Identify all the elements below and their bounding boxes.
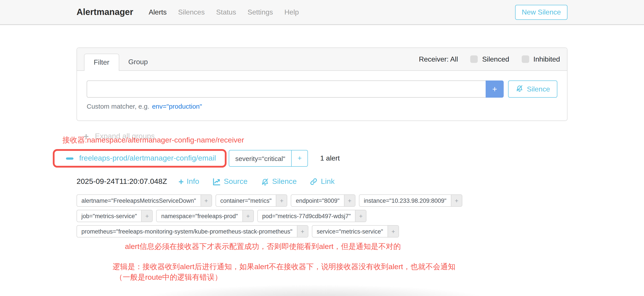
chart-icon bbox=[212, 178, 221, 186]
info-label: Info bbox=[187, 177, 199, 186]
label-add-filter-button[interactable]: + bbox=[451, 195, 462, 206]
annotation-note-1: alert信息必须在接收器下才表示配置成功，否则即使能看到alert，但是通知是… bbox=[125, 242, 401, 252]
label-add-filter-button[interactable]: + bbox=[388, 226, 398, 237]
filter-card-body: + Silence Custom matcher, e.g.e bbox=[77, 71, 567, 120]
label-chip-text: alertname="FreeleapsMetricsServiceDown" bbox=[77, 195, 200, 206]
tab-filter[interactable]: Filter bbox=[84, 54, 119, 71]
label-chip: job="metrics-service"+ bbox=[76, 210, 153, 222]
app-brand[interactable]: Alertmanager bbox=[76, 7, 133, 17]
minus-icon bbox=[66, 157, 74, 160]
nav-item-settings[interactable]: Settings bbox=[242, 8, 279, 16]
label-chip-text: job="metrics-service" bbox=[77, 210, 142, 222]
nav-item-alerts[interactable]: Alerts bbox=[143, 8, 172, 16]
alert-labels: alertname="FreeleapsMetricsServiceDown"+… bbox=[76, 194, 568, 238]
nav-item-help[interactable]: Help bbox=[279, 8, 304, 16]
group-collapse-button[interactable]: freeleaps-prod/alertmanager-config/email bbox=[66, 154, 216, 163]
alert-count-label: 1 alert bbox=[320, 154, 340, 162]
label-chip: instance="10.233.98.209:8009"+ bbox=[359, 194, 462, 207]
label-add-filter-button[interactable]: + bbox=[242, 210, 254, 222]
inhibited-label: Inhibited bbox=[533, 55, 560, 63]
top-navbar: Alertmanager Alerts Silences Status Sett… bbox=[0, 0, 644, 25]
link-label: Link bbox=[321, 177, 334, 186]
silence-button-label: Silence bbox=[527, 85, 550, 93]
silence-filter-button[interactable]: Silence bbox=[508, 80, 557, 98]
annotation-receiver-note: 接收器:namespace/altermanager-config-name/r… bbox=[62, 135, 244, 145]
label-add-filter-button[interactable]: + bbox=[200, 195, 211, 206]
label-chip: prometheus="freeleaps-monitoring-system/… bbox=[76, 225, 308, 238]
silenced-checkbox[interactable] bbox=[470, 56, 478, 63]
alert-link-button[interactable]: Link bbox=[310, 177, 334, 186]
alertmanager-page: Alertmanager Alerts Silences Status Sett… bbox=[0, 0, 644, 296]
label-chip: pod="metrics-77d9cdb497-wdsj7"+ bbox=[257, 210, 367, 222]
filter-card: Filter Group Receiver: All Silenced Inhi… bbox=[76, 48, 568, 121]
alert-group-row: freeleaps-prod/alertmanager-config/email… bbox=[53, 149, 568, 168]
add-matcher-button[interactable]: + bbox=[486, 80, 504, 98]
label-chip: namespace="freeleaps-prod"+ bbox=[156, 210, 254, 222]
hint-text: Custom matcher, e.g. bbox=[87, 102, 149, 110]
receiver-selector[interactable]: Receiver: All bbox=[419, 55, 458, 63]
nav-item-status[interactable]: Status bbox=[210, 8, 242, 16]
label-chip-text: namespace="freeleaps-prod" bbox=[157, 210, 242, 222]
bell-slash-icon bbox=[261, 178, 269, 186]
matcher-hint: Custom matcher, e.g.env="production" bbox=[87, 102, 557, 110]
label-chip: endpoint="8009"+ bbox=[291, 194, 356, 207]
label-chip-text: pod="metrics-77d9cdb497-wdsj7" bbox=[258, 210, 355, 222]
group-matcher-label: severity="critical" bbox=[229, 150, 292, 166]
red-annotation-box: freeleaps-prod/alertmanager-config/email bbox=[53, 149, 226, 168]
label-add-filter-button[interactable]: + bbox=[355, 210, 366, 222]
label-chip-text: endpoint="8009" bbox=[292, 195, 344, 206]
new-silence-button[interactable]: New Silence bbox=[515, 4, 568, 20]
nav-item-silences[interactable]: Silences bbox=[172, 8, 210, 16]
alert-timestamp: 2025-09-24T11:20:07.048Z bbox=[76, 177, 167, 186]
matcher-filter-input[interactable] bbox=[87, 80, 486, 98]
label-add-filter-button[interactable]: + bbox=[297, 226, 308, 237]
silenced-label: Silenced bbox=[482, 55, 509, 63]
annotation-note-3: （一般是route中的逻辑有错误） bbox=[115, 272, 222, 282]
label-chip: container="metrics"+ bbox=[216, 194, 288, 207]
annotation-note-2: 逻辑是：接收器收到alert后进行通知，如果alert不在接收器下，说明接收器没… bbox=[112, 262, 455, 272]
group-name-label: freeleaps-prod/alertmanager-config/email bbox=[79, 154, 216, 163]
label-chip-text: container="metrics" bbox=[216, 195, 276, 206]
plus-icon: + bbox=[178, 178, 184, 185]
inhibited-checkbox[interactable] bbox=[522, 56, 529, 63]
alert-source-link[interactable]: Source bbox=[212, 177, 248, 186]
group-matcher-add-button[interactable]: + bbox=[292, 150, 308, 166]
hint-example-link[interactable]: env="production" bbox=[152, 102, 202, 110]
alert-detail: 2025-09-24T11:20:07.048Z + Info Source bbox=[76, 177, 568, 238]
tab-group[interactable]: Group bbox=[119, 54, 157, 70]
alert-info-button[interactable]: + Info bbox=[178, 177, 199, 186]
label-chip-text: prometheus="freeleaps-monitoring-system/… bbox=[77, 226, 297, 237]
label-add-filter-button[interactable]: + bbox=[344, 195, 355, 206]
bell-slash-icon bbox=[516, 84, 524, 94]
label-add-filter-button[interactable]: + bbox=[142, 210, 152, 222]
bottom-shadow bbox=[144, 285, 486, 296]
link-icon bbox=[310, 178, 318, 186]
label-chip: alertname="FreeleapsMetricsServiceDown"+ bbox=[76, 194, 212, 207]
filter-card-header: Filter Group Receiver: All Silenced Inhi… bbox=[77, 48, 567, 71]
group-matcher-chip: severity="critical" + bbox=[229, 150, 308, 167]
label-add-filter-button[interactable]: + bbox=[276, 195, 287, 206]
source-label: Source bbox=[224, 177, 248, 186]
label-chip-text: service="metrics-service" bbox=[312, 226, 388, 237]
label-chip: service="metrics-service"+ bbox=[312, 225, 399, 238]
alert-silence-button[interactable]: Silence bbox=[261, 177, 297, 186]
label-chip-text: instance="10.233.98.209:8009" bbox=[360, 195, 451, 206]
silence-label: Silence bbox=[272, 177, 297, 186]
